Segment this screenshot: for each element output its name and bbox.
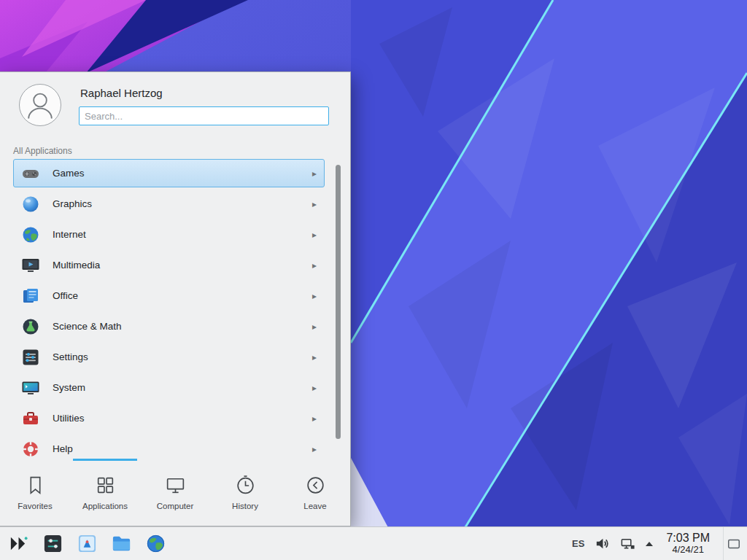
office-icon bbox=[21, 287, 40, 306]
network-icon bbox=[620, 536, 635, 551]
taskbar: ES 7:03 PM 4/24/21 bbox=[0, 526, 747, 560]
category-label: Games bbox=[53, 168, 85, 179]
multimedia-icon bbox=[21, 256, 40, 275]
monitor-icon bbox=[164, 474, 187, 497]
user-avatar[interactable] bbox=[19, 84, 61, 126]
volume-icon bbox=[595, 536, 610, 551]
network-button[interactable] bbox=[620, 536, 635, 551]
system-tweaks-icon bbox=[42, 533, 63, 554]
chevron-right-icon: ▸ bbox=[312, 322, 317, 332]
category-settings[interactable]: Settings ▸ bbox=[13, 343, 325, 371]
category-multimedia[interactable]: Multimedia ▸ bbox=[13, 251, 325, 279]
help-icon bbox=[21, 440, 40, 459]
category-label: Settings bbox=[53, 351, 88, 362]
category-internet[interactable]: Internet ▸ bbox=[13, 220, 325, 249]
web-browser-icon bbox=[145, 533, 166, 554]
file-manager-icon bbox=[111, 533, 132, 554]
expand-tray-button[interactable] bbox=[646, 542, 653, 546]
web-browser-button[interactable] bbox=[143, 532, 168, 556]
chevron-right-icon: ▸ bbox=[312, 413, 317, 424]
chevron-right-icon: ▸ bbox=[312, 168, 317, 179]
discover-button[interactable] bbox=[74, 532, 99, 556]
user-name: Raphael Hertzog bbox=[80, 87, 163, 99]
application-launcher: Raphael Hertzog All Applications Games ▸… bbox=[0, 71, 351, 526]
show-desktop-button[interactable] bbox=[723, 527, 744, 560]
leave-icon bbox=[304, 474, 327, 497]
category-label: Help bbox=[53, 443, 73, 454]
discover-icon bbox=[77, 533, 98, 554]
category-label: Graphics bbox=[53, 198, 92, 209]
tab-label: Computer bbox=[157, 502, 194, 510]
clock[interactable]: 7:03 PM 4/24/21 bbox=[663, 532, 713, 555]
volume-button[interactable] bbox=[595, 536, 610, 551]
science-icon bbox=[21, 317, 40, 336]
file-manager-button[interactable] bbox=[109, 532, 133, 556]
category-label: System bbox=[53, 382, 85, 393]
tab-leave[interactable]: Leave bbox=[280, 459, 350, 526]
tab-label: Leave bbox=[303, 502, 326, 510]
tab-history[interactable]: History bbox=[210, 459, 280, 526]
chevron-right-icon: ▸ bbox=[312, 199, 317, 209]
tab-applications[interactable]: Applications bbox=[70, 459, 140, 526]
category-help[interactable]: Help ▸ bbox=[13, 435, 325, 459]
category-label: Utilities bbox=[53, 413, 85, 424]
desktop: Raphael Hertzog All Applications Games ▸… bbox=[0, 0, 747, 560]
bookmark-icon bbox=[24, 474, 47, 497]
kickoff-icon bbox=[8, 533, 29, 554]
chevron-right-icon: ▸ bbox=[312, 444, 317, 454]
category-label: Science & Math bbox=[53, 321, 122, 332]
tab-label: History bbox=[232, 502, 258, 510]
chevron-right-icon: ▸ bbox=[312, 291, 317, 301]
utilities-icon bbox=[21, 409, 40, 428]
tab-computer[interactable]: Computer bbox=[140, 459, 210, 526]
show-desktop-icon bbox=[727, 537, 741, 551]
chevron-right-icon: ▸ bbox=[312, 260, 317, 271]
category-games[interactable]: Games ▸ bbox=[13, 159, 325, 187]
internet-icon bbox=[21, 225, 40, 244]
system-icon bbox=[21, 378, 40, 397]
clock-icon bbox=[234, 474, 257, 497]
active-tab-indicator bbox=[73, 459, 137, 461]
section-label: All Applications bbox=[13, 146, 72, 156]
category-office[interactable]: Office ▸ bbox=[13, 281, 325, 310]
chevron-right-icon: ▸ bbox=[312, 352, 317, 362]
scrollbar-thumb[interactable] bbox=[336, 165, 341, 439]
clock-date: 4/24/21 bbox=[666, 545, 710, 556]
tab-label: Applications bbox=[82, 502, 128, 510]
system-tweaks-button[interactable] bbox=[40, 532, 65, 556]
tab-label: Favorites bbox=[18, 502, 52, 510]
settings-icon bbox=[21, 348, 40, 367]
category-system[interactable]: System ▸ bbox=[13, 373, 325, 402]
taskbar-launchers bbox=[0, 532, 168, 556]
games-icon bbox=[21, 164, 40, 183]
expand-tray-icon bbox=[646, 542, 653, 546]
category-label: Internet bbox=[53, 229, 86, 240]
category-label: Multimedia bbox=[53, 260, 100, 271]
launcher-tab-strip: Favorites Applications Computer History … bbox=[0, 459, 350, 526]
user-icon bbox=[21, 86, 59, 124]
category-utilities[interactable]: Utilities ▸ bbox=[13, 404, 325, 432]
grid-icon bbox=[94, 474, 117, 497]
search-input[interactable] bbox=[79, 106, 329, 125]
chevron-right-icon: ▸ bbox=[312, 230, 317, 240]
category-list: Games ▸ Graphics ▸ Internet ▸ bbox=[13, 159, 325, 459]
category-graphics[interactable]: Graphics ▸ bbox=[13, 190, 325, 218]
category-science-math[interactable]: Science & Math ▸ bbox=[13, 312, 325, 341]
category-label: Office bbox=[53, 290, 78, 301]
app-launcher-button[interactable] bbox=[6, 532, 31, 556]
tab-favorites[interactable]: Favorites bbox=[0, 459, 70, 526]
chevron-right-icon: ▸ bbox=[312, 383, 317, 393]
graphics-icon bbox=[21, 195, 40, 214]
system-tray: ES 7:03 PM 4/24/21 bbox=[572, 527, 747, 560]
clock-time: 7:03 PM bbox=[666, 532, 710, 545]
keyboard-layout-indicator[interactable]: ES bbox=[572, 538, 584, 549]
